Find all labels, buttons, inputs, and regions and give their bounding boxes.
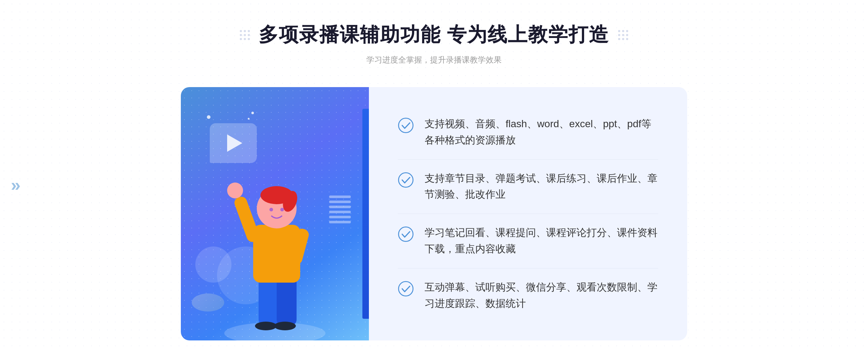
subtitle: 学习进度全掌握，提升录播课教学效果	[240, 55, 628, 65]
svg-rect-6	[233, 195, 261, 244]
feature-item-1: 支持视频、音频、flash、word、excel、ppt、pdf等各种格式的资源…	[398, 105, 658, 160]
svg-point-3	[255, 322, 277, 330]
page-wrapper: » 多项录播课辅助功能 专为线上教学打造 学习进度全掌握，提升录播课教	[0, 0, 868, 352]
svg-point-4	[274, 322, 296, 330]
blue-side-bar	[362, 109, 369, 319]
main-row: 支持视频、音频、flash、word、excel、ppt、pdf等各种格式的资源…	[181, 87, 687, 340]
svg-point-16	[399, 227, 413, 241]
header-title-row: 多项录播课辅助功能 专为线上教学打造	[240, 22, 628, 48]
check-icon-2	[398, 172, 414, 188]
feature-text-2: 支持章节目录、弹题考试、课后练习、课后作业、章节测验、批改作业	[425, 171, 658, 203]
feature-item-2: 支持章节目录、弹题考试、课后练习、课后作业、章节测验、批改作业	[398, 160, 658, 214]
svg-rect-1	[259, 275, 278, 326]
svg-point-8	[227, 183, 243, 198]
svg-point-17	[399, 282, 413, 296]
feature-text-4: 互动弹幕、试听购买、微信分享、观看次数限制、学习进度跟踪、数据统计	[425, 279, 658, 312]
svg-point-13	[280, 208, 284, 211]
deco-ellipse	[192, 293, 224, 312]
content-area: 多项录播课辅助功能 专为线上教学打造 学习进度全掌握，提升录播课教学效果	[0, 22, 868, 340]
features-panel: 支持视频、音频、flash、word、excel、ppt、pdf等各种格式的资源…	[369, 87, 687, 340]
sparkle-3	[248, 118, 250, 120]
main-title: 多项录播课辅助功能 专为线上教学打造	[259, 22, 609, 48]
sparkle-2	[251, 112, 254, 114]
header-section: 多项录播课辅助功能 专为线上教学打造 学习进度全掌握，提升录播课教学效果	[240, 22, 628, 65]
check-icon-4	[398, 281, 414, 297]
svg-point-12	[269, 208, 273, 211]
feature-item-4: 互动弹幕、试听购买、微信分享、观看次数限制、学习进度跟踪、数据统计	[398, 269, 658, 323]
feature-text-3: 学习笔记回看、课程提问、课程评论打分、课件资料下载，重点内容收藏	[425, 225, 658, 257]
person-figure	[206, 153, 344, 340]
svg-point-15	[399, 173, 413, 187]
sparkle-1	[207, 115, 210, 119]
play-triangle-icon	[227, 134, 242, 152]
illustration-card	[181, 87, 369, 340]
right-decorative-dots	[618, 30, 628, 40]
feature-text-1: 支持视频、音频、flash、word、excel、ppt、pdf等各种格式的资源…	[425, 116, 658, 149]
svg-point-14	[399, 118, 413, 133]
svg-rect-2	[277, 275, 297, 326]
feature-item-3: 学习笔记回看、课程提问、课程评论打分、课件资料下载，重点内容收藏	[398, 214, 658, 269]
check-icon-1	[398, 117, 414, 133]
left-decorative-dots	[240, 30, 250, 40]
check-icon-3	[398, 226, 414, 242]
